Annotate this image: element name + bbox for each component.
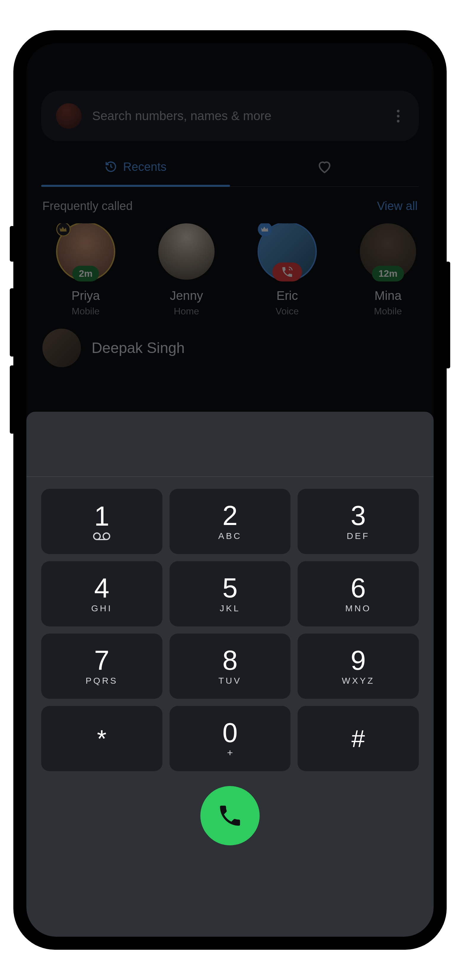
key-digit: 2 <box>222 502 237 529</box>
key-0[interactable]: 0 + <box>170 706 291 771</box>
time-badge: 12m <box>372 266 404 282</box>
key-letters: PQRS <box>86 676 118 686</box>
screen: Search numbers, names & more Recents <box>26 43 434 937</box>
contact-name: Deepak Singh <box>92 339 185 356</box>
key-digit: 7 <box>94 647 109 674</box>
svg-point-0 <box>94 533 100 539</box>
key-digit: * <box>97 726 106 751</box>
history-icon <box>105 161 117 173</box>
frequent-contact-priya[interactable]: 2m Priya Mobile <box>41 223 130 317</box>
key-8[interactable]: 8 TUV <box>170 633 291 699</box>
key-letters: GHI <box>91 603 112 613</box>
key-letters: DEF <box>347 531 370 541</box>
key-9[interactable]: 9 WXYZ <box>298 633 419 699</box>
key-digit: 8 <box>222 647 237 674</box>
phone-frame: Search numbers, names & more Recents <box>13 30 447 950</box>
key-sub: + <box>227 747 233 759</box>
call-badge-icon <box>272 262 302 282</box>
view-all-link[interactable]: View all <box>377 199 418 213</box>
key-3[interactable]: 3 DEF <box>298 489 419 554</box>
frequently-row[interactable]: 2m Priya Mobile Jenny Home <box>41 223 419 317</box>
time-badge: 2m <box>72 266 99 282</box>
phone-volume-up-button <box>10 288 13 356</box>
frequently-title: Frequently called <box>42 199 133 213</box>
frequent-contact-jenny[interactable]: Jenny Home <box>142 223 231 317</box>
heart-icon <box>317 159 332 174</box>
dialer-number-display[interactable] <box>26 412 434 477</box>
key-7[interactable]: 7 PQRS <box>41 633 162 699</box>
key-6[interactable]: 6 MNO <box>298 561 419 627</box>
tabs: Recents <box>41 147 419 187</box>
key-1[interactable]: 1 <box>41 489 162 554</box>
key-digit: 3 <box>351 502 366 529</box>
key-digit: 6 <box>351 574 366 601</box>
avatar-image <box>158 223 214 280</box>
key-letters: TUV <box>219 676 241 686</box>
contact-type: Voice <box>276 306 299 317</box>
avatar: 2m <box>57 223 114 280</box>
more-menu-icon[interactable] <box>392 110 404 123</box>
key-digit: 4 <box>94 574 109 601</box>
canvas: Search numbers, names & more Recents <box>0 0 460 980</box>
avatar-image <box>42 329 81 367</box>
dialer-sheet: 1 2 ABC 3 DEF <box>26 412 434 937</box>
contact-type: Home <box>174 306 199 317</box>
keypad: 1 2 ABC 3 DEF <box>26 477 434 780</box>
phone-icon <box>217 802 243 829</box>
key-digit: 1 <box>94 503 109 530</box>
svg-point-1 <box>103 533 109 539</box>
key-4[interactable]: 4 GHI <box>41 561 162 627</box>
key-digit: # <box>352 726 365 751</box>
frequently-header: Frequently called View all <box>41 187 419 223</box>
key-letters: WXYZ <box>342 676 374 686</box>
key-hash[interactable]: # <box>298 706 419 771</box>
contact-type: Mobile <box>374 306 402 317</box>
key-digit: 9 <box>351 647 366 674</box>
contact-name: Priya <box>71 289 100 303</box>
contact-name: Eric <box>276 289 298 303</box>
contact-type: Mobile <box>72 306 100 317</box>
recent-call-item[interactable]: Deepak Singh <box>41 317 419 367</box>
key-letters: MNO <box>345 603 371 613</box>
tab-recents-label: Recents <box>123 160 167 173</box>
frequent-contact-eric[interactable]: Eric Voice <box>243 223 332 317</box>
voicemail-icon <box>93 532 111 541</box>
key-5[interactable]: 5 JKL <box>170 561 291 627</box>
key-letters: JKL <box>220 603 240 613</box>
key-digit: 5 <box>222 574 237 601</box>
phone-side-button <box>10 226 13 262</box>
avatar <box>158 223 214 280</box>
key-letters: ABC <box>218 531 242 541</box>
profile-avatar[interactable] <box>56 103 81 129</box>
app-content: Search numbers, names & more Recents <box>26 43 434 367</box>
key-star[interactable]: * <box>41 706 162 771</box>
search-bar[interactable]: Search numbers, names & more <box>41 91 419 141</box>
tab-favorites[interactable] <box>230 147 419 186</box>
phone-power-button <box>447 262 450 368</box>
avatar <box>259 223 316 280</box>
tab-recents[interactable]: Recents <box>41 147 230 186</box>
key-2[interactable]: 2 ABC <box>170 489 291 554</box>
avatar: 12m <box>360 223 416 280</box>
contact-name: Jenny <box>170 289 203 303</box>
search-placeholder: Search numbers, names & more <box>92 109 381 123</box>
frequent-contact-mina[interactable]: 12m Mina Mobile <box>344 223 419 317</box>
phone-volume-down-button <box>10 366 13 434</box>
contact-name: Mina <box>374 289 401 303</box>
call-button[interactable] <box>200 786 260 845</box>
key-digit: 0 <box>222 719 237 746</box>
